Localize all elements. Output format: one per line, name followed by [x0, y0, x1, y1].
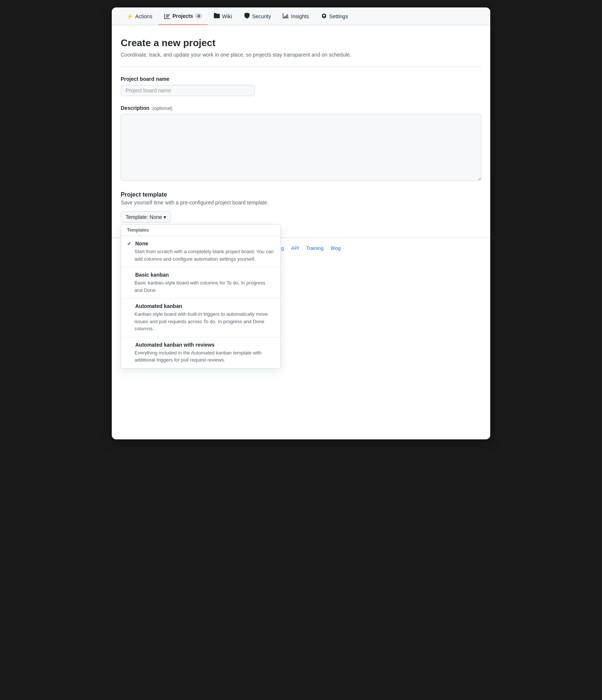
template-none-desc: Start from scratch with a completely bla… [127, 248, 275, 262]
description-group: Description (optional) [121, 105, 481, 182]
template-basic-kanban-desc: Basic kanban-style board with columns fo… [127, 279, 275, 294]
template-option-automated-kanban[interactable]: ✓ Automated kanban Kanban-style board wi… [121, 299, 281, 337]
nav-label-actions: Actions [135, 13, 152, 19]
template-section: Project template Save yourself time with… [121, 191, 481, 223]
nav-bar: ⚡ Actions Projects 4 Wiki [112, 7, 490, 25]
main-window: ⚡ Actions Projects 4 Wiki [112, 7, 490, 439]
section-divider [121, 67, 481, 67]
project-name-label: Project board name [121, 76, 481, 82]
insights-icon [283, 13, 289, 20]
security-icon [244, 13, 250, 20]
nav-label-wiki: Wiki [222, 13, 232, 19]
template-dropdown-container: Template: None ▾ Templates ✓ None Start … [121, 211, 171, 223]
template-auto-kanban-reviews-title: Automated kanban with reviews [135, 342, 215, 348]
template-auto-kanban-title: Automated kanban [135, 303, 182, 309]
page-subtitle: Coordinate, track, and update your work … [121, 52, 481, 58]
nav-item-wiki[interactable]: Wiki [208, 7, 238, 25]
description-label: Description (optional) [121, 105, 481, 111]
nav-label-insights: Insights [291, 13, 309, 19]
template-option-basic-kanban[interactable]: ✓ Basic kanban Basic kanban-style board … [121, 267, 281, 299]
template-auto-kanban-reviews-desc: Everything included in the Automated kan… [127, 349, 275, 364]
wiki-icon [214, 13, 220, 20]
nav-label-settings: Settings [329, 13, 348, 19]
template-basic-kanban-title: Basic kanban [135, 272, 169, 278]
check-icon-none: ✓ [127, 241, 132, 246]
footer-link-training[interactable]: Training [306, 245, 323, 251]
footer-link-blog[interactable]: Blog [331, 245, 340, 251]
page-title: Create a new project [121, 37, 481, 49]
nav-item-settings[interactable]: Settings [315, 7, 354, 25]
template-title: Project template [121, 191, 481, 198]
project-name-group: Project board name [121, 76, 481, 96]
template-btn-label: Template: None ▾ [126, 214, 166, 220]
template-option-none[interactable]: ✓ None Start from scratch with a complet… [121, 236, 281, 267]
template-dropdown-button[interactable]: Template: None ▾ [121, 211, 171, 223]
nav-item-projects[interactable]: Projects 4 [158, 8, 208, 25]
settings-icon [321, 13, 327, 20]
actions-icon: ⚡ [127, 13, 133, 19]
nav-label-security: Security [252, 13, 271, 19]
template-none-title: None [135, 241, 148, 246]
dropdown-header: Templates [121, 225, 281, 236]
footer-link-api[interactable]: API [291, 245, 299, 251]
template-subtitle: Save yourself time with a pre-configured… [121, 200, 481, 206]
nav-item-actions[interactable]: ⚡ Actions [121, 8, 158, 25]
projects-icon [164, 13, 170, 19]
projects-badge: 4 [195, 13, 202, 19]
nav-label-projects: Projects [172, 13, 193, 19]
template-auto-kanban-desc: Kanban-style board with built-in trigger… [127, 311, 275, 332]
project-name-input[interactable] [121, 85, 255, 96]
nav-item-security[interactable]: Security [238, 7, 277, 25]
main-content: Create a new project Coordinate, track, … [112, 25, 490, 238]
template-dropdown-menu: Templates ✓ None Start from scratch with… [121, 224, 281, 369]
description-textarea[interactable] [121, 114, 481, 181]
nav-item-insights[interactable]: Insights [277, 7, 315, 25]
template-option-automated-kanban-reviews[interactable]: ✓ Automated kanban with reviews Everythi… [121, 337, 281, 368]
